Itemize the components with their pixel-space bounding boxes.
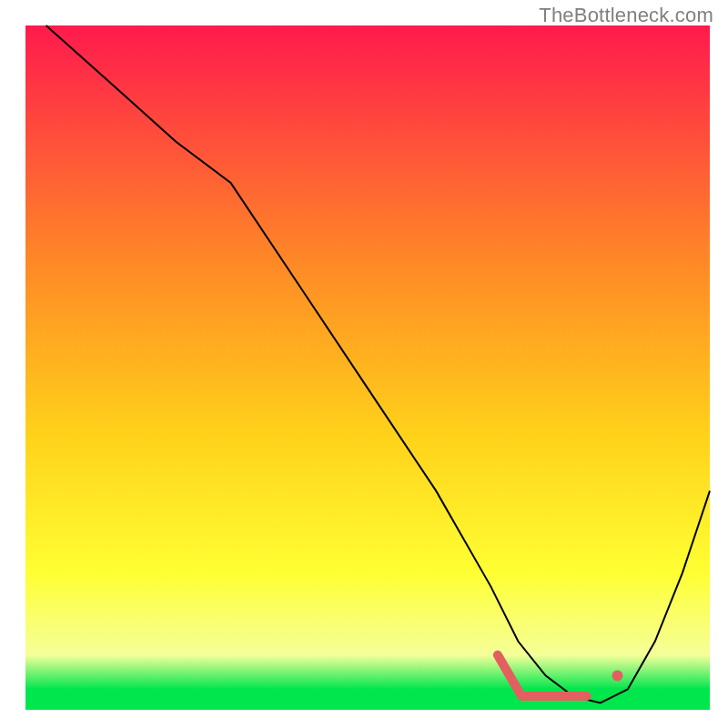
chart-stage: TheBottleneck.com (0, 0, 728, 728)
chart-svg (0, 0, 728, 728)
highlight-dot (612, 670, 623, 681)
gradient-background (25, 25, 710, 710)
